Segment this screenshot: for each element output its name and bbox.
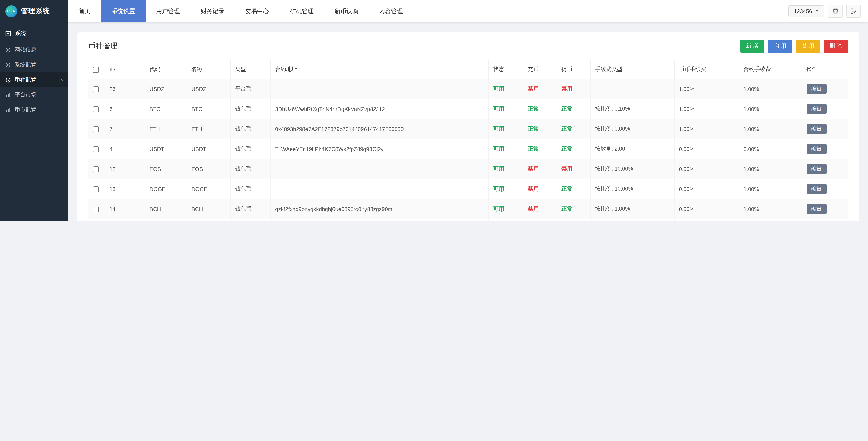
coin-table: ID 代码 名称 类型 合约地址 状态 充币 提币 手续费类型 币币手续费 合约…: [88, 60, 848, 220]
cell-fee-type: 按比例: 1.00%: [590, 199, 674, 219]
cell-actions: 编辑: [802, 159, 848, 179]
cell-coin-fee: 0.00%: [674, 179, 739, 199]
row-checkbox[interactable]: [93, 186, 99, 192]
cell-status: 可用: [488, 139, 523, 159]
cell-id: 12: [105, 159, 145, 179]
sidebar-item-system-config[interactable]: 系统配置: [0, 57, 68, 72]
cell-contract-address: LMi8R1E4mrJkjXUhNzuSRWZTBQ33yVBLVz: [270, 219, 488, 220]
cell-id: 13: [105, 179, 145, 199]
cell-deposit-status: 禁用: [523, 199, 557, 219]
select-all-checkbox[interactable]: [93, 67, 99, 73]
cell-id: 14: [105, 199, 145, 219]
row-checkbox-cell: [88, 99, 105, 119]
cell-actions: 编辑: [802, 99, 848, 119]
chart-icon: [5, 92, 11, 98]
edit-button[interactable]: 编辑: [806, 124, 826, 134]
cell-actions: 编辑: [802, 79, 848, 99]
cell-deposit-status: 正常: [523, 219, 557, 220]
cell-deposit-status: 禁用: [523, 79, 557, 99]
nav-tab-user-management[interactable]: 用户管理: [146, 0, 190, 22]
row-checkbox[interactable]: [93, 206, 99, 212]
edit-button[interactable]: 编辑: [806, 184, 826, 194]
sidebar: 系统 网站信息 系统配置: [0, 22, 68, 220]
grid-icon: [5, 31, 11, 36]
cell-actions: 编辑: [802, 119, 848, 139]
sidebar-item-coin-config[interactable]: 币种配置 ›: [0, 72, 68, 87]
cell-deposit-status: 正常: [523, 119, 557, 139]
sidebar-item-platform-market[interactable]: 平台市场: [0, 87, 68, 102]
cell-withdraw-status: 正常: [557, 99, 590, 119]
cell-name: BTC: [187, 99, 230, 119]
row-checkbox[interactable]: [93, 146, 99, 152]
edit-button[interactable]: 编辑: [806, 104, 826, 114]
cell-status: 可用: [488, 99, 523, 119]
nav-tab-trade-center[interactable]: 交易中心: [235, 0, 279, 22]
cell-withdraw-status: 禁用: [557, 79, 590, 99]
add-button[interactable]: 新 增: [740, 40, 764, 53]
cell-code: ETH: [145, 119, 187, 139]
cell-fee-type: 按比例: 0.00%: [590, 119, 674, 139]
app-logo-icon: USDZ: [5, 5, 17, 17]
cell-withdraw-status: 禁用: [557, 159, 590, 179]
gear-icon: [5, 47, 11, 53]
cell-coin-fee: 0.00%: [674, 199, 739, 219]
nav-tab-home[interactable]: 首页: [68, 0, 101, 22]
cell-status: 可用: [488, 79, 523, 99]
nav-tab-new-coin-subscribe[interactable]: 新币认购: [324, 0, 369, 22]
cell-name: LTC: [187, 219, 230, 220]
cell-status: 可用: [488, 199, 523, 219]
user-dropdown[interactable]: 123456 ▼: [788, 5, 824, 17]
sidebar-item-label: 网站信息: [14, 46, 36, 54]
nav-tab-system-settings[interactable]: 系统设置: [101, 0, 146, 22]
edit-button[interactable]: 编辑: [806, 84, 826, 94]
chevron-right-icon: ›: [61, 77, 63, 83]
col-header-name: 名称: [187, 60, 230, 79]
row-checkbox-cell: [88, 159, 105, 179]
cell-code: LTC: [145, 219, 187, 220]
cell-id: 15: [105, 219, 145, 220]
brand: USDZ 管理系统: [0, 0, 68, 22]
cell-contract-fee: 0.00%: [739, 139, 802, 159]
col-header-contract-fee: 合约手续费: [739, 60, 802, 79]
nav-tab-content-management[interactable]: 内容管理: [369, 0, 413, 22]
cell-contract-address: [270, 79, 488, 99]
cell-contract-fee: 1.00%: [739, 199, 802, 219]
col-header-actions: 操作: [802, 60, 848, 79]
cell-fee-type: 按比例: 10.00%: [590, 159, 674, 179]
cell-withdraw-status: 正常: [557, 119, 590, 139]
row-checkbox[interactable]: [93, 106, 99, 112]
table-header-row: ID 代码 名称 类型 合约地址 状态 充币 提币 手续费类型 币币手续费 合约…: [88, 60, 848, 79]
action-buttons: 新 增启 用禁 用删 除: [736, 40, 848, 53]
cell-fee-type: 按比例: 0.10%: [590, 99, 674, 119]
row-checkbox[interactable]: [93, 86, 99, 92]
enable-button[interactable]: 启 用: [768, 40, 792, 53]
delete-button[interactable]: 删 除: [824, 40, 848, 53]
nav-tab-finance-records[interactable]: 财务记录: [190, 0, 235, 22]
cell-withdraw-status: 正常: [557, 199, 590, 219]
sidebar-item-label: 币种配置: [14, 76, 36, 84]
trash-icon[interactable]: [828, 5, 842, 18]
row-checkbox[interactable]: [93, 166, 99, 172]
logout-icon[interactable]: [846, 5, 861, 18]
cell-type: 钱包币: [230, 99, 270, 119]
disable-button[interactable]: 禁 用: [796, 40, 820, 53]
sidebar-item-site-info[interactable]: 网站信息: [0, 42, 68, 57]
edit-button[interactable]: 编辑: [806, 204, 826, 214]
cell-code: BCH: [145, 199, 187, 219]
row-checkbox-cell: [88, 139, 105, 159]
edit-button[interactable]: 编辑: [806, 144, 826, 154]
cell-type: 钱包币: [230, 199, 270, 219]
cell-contract-address: 0x4093b298e7A2F172879b70144096147417F005…: [270, 119, 488, 139]
cell-type: 钱包币: [230, 139, 270, 159]
edit-button[interactable]: 编辑: [806, 164, 826, 174]
coin-icon: [5, 77, 11, 82]
cell-fee-type: 按数量: 2.00: [590, 139, 674, 159]
cell-status: 可用: [488, 119, 523, 139]
page: USDZ 管理系统 首页 系统设置 用户管理 财务记录 交易中心 矿机管理 新币…: [0, 0, 868, 220]
cell-deposit-status: 正常: [523, 99, 557, 119]
nav-tab-miner-management[interactable]: 矿机管理: [279, 0, 324, 22]
row-checkbox-cell: [88, 119, 105, 139]
row-checkbox[interactable]: [93, 126, 99, 132]
sidebar-item-coin-market-config[interactable]: 币市配置: [0, 102, 68, 117]
sidebar-item-label: 平台市场: [14, 91, 36, 99]
